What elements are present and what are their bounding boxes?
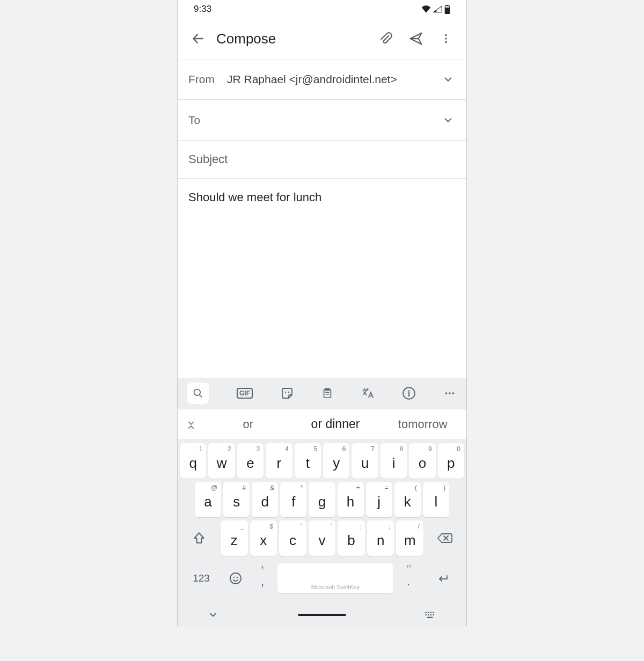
key-i[interactable]: 8i — [380, 443, 407, 479]
key-hint: / — [418, 523, 420, 530]
enter-key[interactable] — [423, 563, 462, 593]
kb-translate-button[interactable] — [361, 387, 374, 400]
back-button[interactable] — [185, 26, 211, 52]
to-row[interactable]: To — [178, 100, 466, 141]
key-r[interactable]: 4r — [266, 443, 292, 479]
svg-point-24 — [425, 614, 427, 616]
key-e[interactable]: 3e — [237, 443, 264, 479]
emoji-icon — [229, 572, 242, 585]
key-hint: # — [243, 484, 246, 491]
key-letter: m — [404, 532, 416, 549]
suggestion-1[interactable]: or — [204, 417, 292, 431]
key-hint: & — [270, 484, 274, 491]
comma-key[interactable]: , — [251, 563, 274, 593]
enter-icon — [435, 572, 450, 585]
nav-back-button[interactable] — [208, 609, 218, 620]
kb-gif-button[interactable]: GIF — [237, 388, 253, 399]
svg-point-26 — [430, 614, 432, 616]
key-m[interactable]: /m — [396, 520, 423, 556]
key-letter: n — [377, 532, 384, 549]
key-hint: : — [360, 523, 361, 530]
key-t[interactable]: 5t — [295, 443, 321, 479]
more-horiz-icon — [444, 387, 456, 399]
key-b[interactable]: :b — [338, 520, 365, 556]
key-j[interactable]: =j — [366, 482, 392, 517]
to-expand[interactable] — [441, 113, 456, 128]
kb-info-button[interactable] — [402, 386, 416, 400]
status-icons — [421, 5, 450, 14]
key-q[interactable]: 1q — [180, 443, 206, 479]
key-hint: ; — [389, 523, 390, 530]
svg-point-27 — [433, 614, 434, 616]
kb-sticker-button[interactable] — [281, 387, 294, 400]
key-c[interactable]: "c — [279, 520, 306, 556]
key-d[interactable]: &d — [252, 482, 278, 517]
key-letter: s — [233, 494, 240, 510]
wifi-icon — [421, 5, 431, 13]
send-button[interactable] — [403, 26, 429, 52]
keyboard-toolbar: GIF — [178, 378, 466, 409]
key-letter: z — [231, 532, 238, 549]
kb-search-button[interactable] — [187, 383, 209, 404]
chevron-down-icon — [442, 74, 454, 85]
key-hint: 1 — [199, 445, 203, 453]
key-v[interactable]: 'v — [309, 520, 336, 556]
space-key[interactable]: Microsoft SwiftKey — [277, 563, 393, 593]
kb-more-button[interactable] — [444, 387, 456, 399]
numeric-key[interactable]: 123 — [182, 563, 221, 593]
key-letter: d — [261, 494, 269, 510]
period-label: . — [407, 575, 410, 589]
key-y[interactable]: 6y — [323, 443, 349, 479]
svg-point-16 — [230, 573, 241, 584]
key-letter: a — [204, 494, 211, 510]
nav-keyboard-switch[interactable] — [425, 611, 436, 619]
suggestion-2[interactable]: or dinner — [292, 417, 379, 431]
key-n[interactable]: ;n — [367, 520, 394, 556]
key-hint: ( — [415, 484, 417, 491]
key-letter: r — [277, 455, 282, 472]
more-button[interactable] — [433, 26, 459, 52]
key-k[interactable]: (k — [394, 482, 421, 517]
key-hint: 7 — [371, 445, 375, 453]
home-pill[interactable] — [298, 614, 346, 616]
key-l[interactable]: )l — [423, 482, 449, 517]
key-z[interactable]: _z — [221, 520, 248, 556]
svg-point-5 — [445, 41, 447, 43]
space-label: Microsoft SwiftKey — [311, 584, 360, 590]
svg-rect-19 — [262, 565, 264, 568]
from-row[interactable]: From JR Raphael <jr@androidintel.net> — [178, 59, 466, 100]
key-letter: y — [333, 455, 340, 472]
emoji-key[interactable] — [224, 563, 247, 593]
key-hint: ' — [331, 523, 332, 530]
key-hint: = — [385, 484, 389, 491]
backspace-key[interactable] — [426, 520, 464, 556]
battery-icon — [444, 5, 450, 14]
subject-input[interactable]: Subject — [178, 141, 466, 179]
svg-point-22 — [430, 612, 432, 613]
key-hint: _ — [240, 523, 244, 530]
key-s[interactable]: #s — [223, 482, 250, 517]
key-w[interactable]: 2w — [208, 443, 235, 479]
key-letter: x — [260, 532, 267, 549]
arrow-left-icon — [191, 32, 205, 46]
signal-icon — [433, 5, 442, 13]
key-u[interactable]: 7u — [352, 443, 378, 479]
attach-button[interactable] — [373, 26, 399, 52]
from-expand[interactable] — [441, 72, 456, 87]
key-f[interactable]: *f — [280, 482, 306, 517]
key-g[interactable]: -g — [309, 482, 335, 517]
svg-point-14 — [449, 392, 451, 394]
shift-key[interactable] — [180, 520, 218, 556]
key-o[interactable]: 9o — [409, 443, 435, 479]
kb-collapse-button[interactable] — [178, 418, 204, 430]
body-input[interactable]: Should we meet for lunch — [178, 179, 466, 329]
key-h[interactable]: +h — [338, 482, 364, 517]
kb-clipboard-button[interactable] — [321, 387, 333, 400]
paperclip-icon — [379, 32, 393, 46]
period-key[interactable]: .!? . — [397, 563, 420, 593]
suggestion-3[interactable]: tomorrow — [379, 417, 466, 431]
key-hint: ) — [443, 484, 445, 491]
key-p[interactable]: 0p — [438, 443, 464, 479]
key-x[interactable]: $x — [250, 520, 277, 556]
key-a[interactable]: @a — [195, 482, 221, 517]
